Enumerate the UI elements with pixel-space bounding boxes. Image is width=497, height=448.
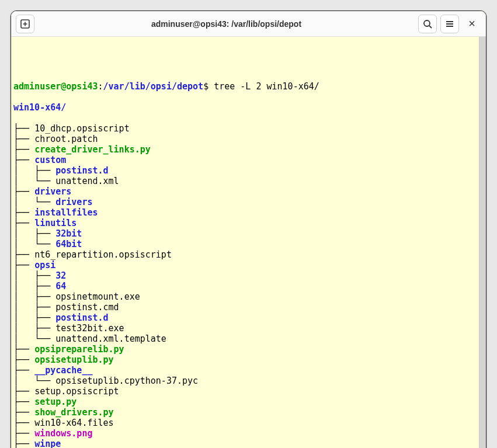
tree-line: ├── setup.opsiscript (13, 386, 475, 397)
tree-entry: __pycache__ (34, 365, 92, 376)
close-button[interactable]: × (463, 15, 481, 33)
tree-line: │ ├── opsinetmount.exe (13, 291, 475, 302)
tree-entry: windows.png (34, 428, 92, 439)
tree-entry: 64bit (55, 239, 82, 249)
tree-line: │ └── opsisetuplib.cpython-37.pyc (13, 376, 475, 386)
tree-line: ├── windows.png (13, 428, 475, 439)
tree-line: │ └── drivers (13, 197, 475, 207)
tree-line: ├── win10-x64.files (13, 418, 475, 428)
prompt-cwd: /var/lib/opsi/depot (103, 81, 204, 92)
tree-line: ├── installfiles (13, 207, 475, 218)
tree-line: │ ├── 32bit (13, 228, 475, 239)
tree-entry: drivers (34, 186, 71, 197)
svg-line-4 (429, 26, 432, 28)
terminal-window: adminuser@opsi43: /var/lib/opsi/depot × (11, 11, 486, 448)
tree-entry: postinst.d (55, 165, 108, 176)
tree-entry: test32bit.exe (55, 323, 124, 334)
tree-entry: setup.py (34, 397, 77, 407)
menu-button[interactable] (440, 15, 459, 33)
tree-line: ├── chroot.patch (13, 134, 475, 144)
prompt-line: adminuser@opsi43:/var/lib/opsi/depot$ tr… (13, 81, 475, 92)
search-button[interactable] (418, 15, 437, 33)
tree-entry: setup.opsiscript (34, 386, 119, 397)
tree-entry: unattend.xml.template (55, 334, 166, 344)
tree-entry: opsipreparelib.py (34, 344, 124, 355)
titlebar: adminuser@opsi43: /var/lib/opsi/depot × (11, 11, 486, 37)
tree-root: win10-x64/ (13, 102, 475, 113)
tree-line: ├── setup.py (13, 397, 475, 407)
prompt-user-host: adminuser@opsi43 (13, 81, 98, 92)
tree-entry: win10-x64.files (34, 418, 113, 428)
tree-entry: create_driver_links.py (34, 144, 151, 155)
tree-entry: winpe (34, 439, 61, 448)
command-text: tree -L 2 win10-x64/ (214, 81, 319, 92)
tree-entry: opsi (34, 260, 55, 270)
scrollbar[interactable] (479, 37, 486, 448)
search-icon (423, 19, 432, 29)
tree-entry: opsisetuplib.py (34, 355, 113, 365)
tree-entry: opsinetmount.exe (55, 291, 140, 302)
tree-line: ├── show_drivers.py (13, 407, 475, 418)
tree-entry: 32 (55, 270, 66, 281)
tree-line: ├── custom (13, 155, 475, 165)
terminal-content: adminuser@opsi43:/var/lib/opsi/depot$ tr… (13, 71, 484, 448)
tree-entry: show_drivers.py (34, 407, 113, 418)
new-tab-button[interactable] (16, 15, 34, 33)
tree-line: │ ├── postinst.d (13, 165, 475, 176)
tree-line: │ ├── 32 (13, 270, 475, 281)
tree-line: │ └── unattend.xml.template (13, 334, 475, 344)
tree-line: ├── linutils (13, 218, 475, 228)
tree-line: ├── opsipreparelib.py (13, 344, 475, 355)
svg-point-3 (424, 20, 430, 26)
tree-line: ├── nt6_repartition.opsiscript (13, 249, 475, 260)
tree-entry: postinst.cmd (55, 302, 119, 312)
terminal-viewport[interactable]: adminuser@opsi43:/var/lib/opsi/depot$ tr… (11, 37, 486, 448)
tree-line: │ ├── test32bit.exe (13, 323, 475, 334)
window-title: adminuser@opsi43: /var/lib/opsi/depot (39, 19, 413, 29)
plus-square-icon (20, 19, 30, 29)
tree-line: │ └── unattend.xml (13, 176, 475, 186)
tree-line: ├── drivers (13, 186, 475, 197)
tree-line: ├── __pycache__ (13, 365, 475, 376)
tree-entry: 10_dhcp.opsiscript (34, 123, 130, 134)
tree-line: ├── opsisetuplib.py (13, 355, 475, 365)
tree-line: │ ├── 64 (13, 281, 475, 291)
tree-entry: linutils (34, 218, 77, 228)
tree-line: │ ├── postinst.cmd (13, 302, 475, 312)
tree-line: ├── opsi (13, 260, 475, 270)
tree-line: ├── create_driver_links.py (13, 144, 475, 155)
tree-entry: nt6_repartition.opsiscript (34, 249, 172, 260)
tree-entry: drivers (55, 197, 92, 207)
tree-line: ├── 10_dhcp.opsiscript (13, 123, 475, 134)
tree-output: ├── 10_dhcp.opsiscript├── chroot.patch├─… (13, 123, 475, 448)
tree-entry: 32bit (55, 228, 82, 239)
tree-line: │ └── 64bit (13, 239, 475, 249)
tree-entry: opsisetuplib.cpython-37.pyc (55, 376, 198, 386)
tree-entry: postinst.d (55, 312, 108, 323)
tree-entry: installfiles (34, 207, 98, 218)
tree-entry: custom (34, 155, 66, 165)
tree-entry: unattend.xml (55, 176, 119, 186)
close-icon: × (468, 17, 475, 30)
hamburger-icon (445, 19, 454, 29)
tree-line: ├── winpe (13, 439, 475, 448)
tree-line: │ ├── postinst.d (13, 312, 475, 323)
tree-entry: 64 (55, 281, 66, 291)
tree-entry: chroot.patch (34, 134, 98, 144)
